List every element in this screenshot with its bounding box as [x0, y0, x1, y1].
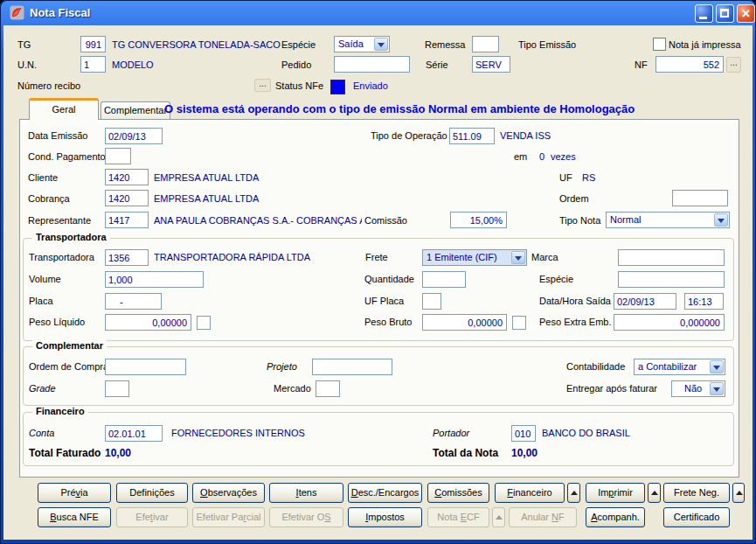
frete-neg-button[interactable]: Frete Neg.: [663, 483, 730, 503]
chevron-down-icon: [710, 382, 724, 395]
representante-code-input[interactable]: [105, 212, 149, 228]
ordem-compra-input[interactable]: [105, 359, 186, 375]
chevron-down-icon: [714, 213, 728, 227]
mercado-input[interactable]: [316, 380, 340, 397]
marca-input[interactable]: [618, 249, 725, 266]
representante-description: ANA PAULA COBRANÇAS S.A.- COBRANÇAS AVIÂ: [154, 215, 362, 226]
peso-liquido-checkbox[interactable]: [197, 316, 211, 330]
grade-label: Grade: [29, 383, 56, 394]
data-emissao-input[interactable]: [105, 128, 163, 144]
hora-saida-input[interactable]: [684, 293, 724, 310]
ordem-label: Ordem: [559, 193, 589, 204]
projeto-input[interactable]: [312, 359, 392, 375]
data-saida-input[interactable]: [614, 293, 676, 310]
uf-value: RS: [582, 172, 595, 183]
uf-placa-label: UF Placa: [364, 296, 404, 306]
cond-pagamento-input[interactable]: [105, 148, 131, 164]
portador-description: BANCO DO BRASIL: [542, 428, 630, 438]
entregar-value: Não: [684, 383, 702, 394]
especie-transp-label: Espécie: [539, 274, 573, 284]
tipo-operacao-input[interactable]: [449, 128, 495, 144]
financeiro-expand-button[interactable]: [567, 483, 580, 503]
entregar-apos-faturar-label: Entregar após faturar: [566, 383, 657, 394]
desc-encargos-button[interactable]: Desc./Encargos: [348, 483, 422, 503]
quantidade-label: Quantidade: [364, 274, 414, 284]
uf-label: UF: [559, 172, 572, 183]
efetivar-button: Efetivar: [116, 507, 188, 527]
especie-transp-input[interactable]: [618, 271, 725, 288]
conta-description: FORNECEDORES INTERNOS: [171, 428, 305, 438]
peso-extra-label: Peso Extra Emb.: [539, 317, 612, 327]
chevron-down-icon: [511, 251, 525, 264]
tipo-nota-value: Normal: [610, 214, 641, 225]
tipo-nota-label: Tipo Nota: [559, 215, 600, 226]
transportadora-code-input[interactable]: [105, 249, 149, 266]
observacoes-button[interactable]: Observações: [192, 483, 265, 503]
em-label: em: [514, 151, 527, 162]
peso-extra-input[interactable]: [614, 314, 725, 331]
cliente-label: Cliente: [28, 172, 58, 183]
peso-liquido-input[interactable]: [105, 314, 191, 331]
imprimir-button[interactable]: Imprimir: [586, 483, 645, 503]
impostos-button[interactable]: Impostos: [348, 507, 422, 527]
quantidade-input[interactable]: [422, 271, 466, 288]
itens-button[interactable]: Itens: [269, 483, 343, 503]
vezes-label: vezes: [551, 151, 576, 162]
comissoes-button[interactable]: Comissões: [427, 483, 489, 503]
app-window: Nota Fiscal ✕ TG TG CONVERSORA TONELADA-…: [0, 0, 756, 544]
financeiro-button[interactable]: Financeiro: [495, 483, 565, 503]
placa-input[interactable]: [105, 293, 162, 310]
acompanh-button[interactable]: Acompanh.: [586, 507, 645, 527]
data-hora-saida-label: Data/Hora Saída: [539, 296, 611, 306]
volume-input[interactable]: [105, 271, 204, 288]
portador-input[interactable]: [511, 425, 536, 442]
total-faturado-label: Total Faturado: [29, 447, 101, 459]
marca-label: Marca: [531, 252, 558, 262]
comissao-label: Comissão: [364, 215, 407, 226]
cliente-code-input[interactable]: [105, 169, 149, 185]
parcelas-value: 0: [539, 151, 544, 162]
uf-placa-input[interactable]: [422, 293, 441, 310]
portador-label: Portador: [433, 428, 469, 438]
cobranca-code-input[interactable]: [105, 190, 149, 206]
contabilidade-value: a Contabilizar: [638, 361, 697, 372]
frete-label: Frete: [365, 252, 388, 262]
conta-label: Conta: [29, 428, 54, 438]
contabilidade-label: Contabilidade: [566, 361, 625, 372]
ordem-input[interactable]: [672, 190, 728, 206]
frete-select[interactable]: 1 Emitente (CIF): [422, 249, 527, 266]
peso-bruto-checkbox[interactable]: [512, 316, 526, 330]
comissao-input[interactable]: [450, 212, 507, 228]
transportadora-description: TRANSPORTADORA RÁPIDA LTDA: [154, 252, 310, 262]
certificado-button[interactable]: Certificado: [663, 507, 730, 527]
busca-nfe-button[interactable]: Busca NFE: [38, 507, 111, 527]
imprimir-expand-button[interactable]: [648, 483, 661, 503]
complementar-groupbox: Complementar: [23, 346, 734, 406]
grade-input[interactable]: [105, 380, 129, 397]
frete-neg-expand-button[interactable]: [732, 483, 745, 503]
nota-ecf-button: Nota ECF: [427, 507, 489, 527]
tipo-nota-select[interactable]: Normal: [606, 212, 730, 228]
nota-ecf-expand-button: [492, 507, 505, 527]
representante-label: Representante: [28, 215, 91, 226]
cobranca-label: Cobrança: [28, 193, 70, 204]
frete-value: 1 Emitente (CIF): [427, 252, 497, 262]
cobranca-description: EMPRESA ATUAL LTDA: [154, 193, 259, 204]
tipo-operacao-label: Tipo de Operação: [371, 130, 447, 141]
conta-input[interactable]: [105, 425, 163, 442]
efetivar-os-button: Efetivar OS: [269, 507, 343, 527]
projeto-label: Projeto: [267, 361, 297, 372]
tipo-operacao-description: VENDA ISS: [500, 130, 551, 141]
definicoes-button[interactable]: Definições: [116, 483, 188, 503]
cliente-description: EMPRESA ATUAL LTDA: [154, 172, 259, 183]
contabilidade-select[interactable]: a Contabilizar: [634, 359, 725, 375]
efetivar-parcial-button: Efetivar Parcial: [192, 507, 265, 527]
peso-bruto-input[interactable]: [422, 314, 507, 331]
total-da-nota-value: 10,00: [511, 447, 538, 459]
previa-button[interactable]: Prévia: [38, 483, 111, 503]
total-da-nota-label: Total da Nota: [433, 447, 498, 459]
chevron-down-icon: [710, 360, 724, 373]
entregar-apos-faturar-select[interactable]: Não: [671, 380, 725, 397]
transportadora-legend: Transportadora: [32, 232, 110, 242]
mercado-label: Mercado: [274, 383, 311, 394]
